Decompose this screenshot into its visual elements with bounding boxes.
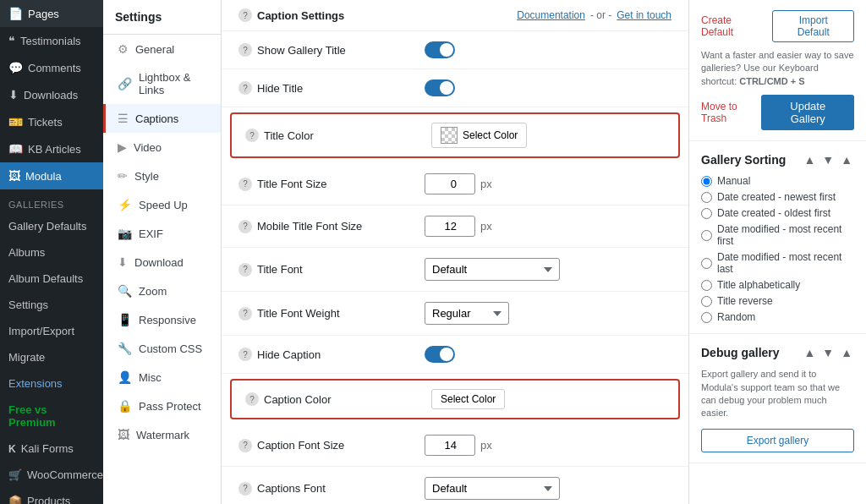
sidebar-item-tickets[interactable]: 🎫 Tickets xyxy=(0,108,103,135)
settings-nav-general[interactable]: ⚙ General xyxy=(103,35,221,63)
modula-icon: 🖼 xyxy=(8,169,20,183)
caption-font-size-help[interactable]: ? xyxy=(238,439,252,452)
sidebar-item-free-vs-premium[interactable]: Free vs Premium xyxy=(0,397,103,436)
caption-settings-help[interactable]: ? xyxy=(238,8,252,22)
sort-modified-last[interactable]: Date modified - most recent last xyxy=(701,251,854,275)
style-icon: ✏ xyxy=(118,169,128,183)
mobile-title-font-size-input[interactable] xyxy=(425,216,475,237)
debug-collapse[interactable]: ▲ xyxy=(839,344,854,361)
sidebar-item-products[interactable]: 📦 Products xyxy=(0,488,103,504)
captions-font-select[interactable]: Default Arial Georgia xyxy=(425,477,560,500)
caption-color-button[interactable]: Select Color xyxy=(431,389,505,409)
sidebar-item-comments[interactable]: 💬 Comments xyxy=(0,54,103,81)
sidebar-item-downloads[interactable]: ⬇ Downloads xyxy=(0,81,103,108)
gallery-sorting-collapse[interactable]: ▲ xyxy=(839,151,854,168)
debug-gallery-title: Debug gallery xyxy=(701,346,780,359)
hide-title-toggle[interactable] xyxy=(425,79,455,96)
settings-nav-lightbox[interactable]: 🔗 Lightbox & Links xyxy=(103,63,221,104)
title-font-select[interactable]: Default Arial Georgia xyxy=(425,258,560,281)
show-gallery-title-help[interactable]: ? xyxy=(238,43,252,57)
sort-modified-recent[interactable]: Date modified - most recent first xyxy=(701,223,854,247)
settings-nav-watermark[interactable]: 🖼 Watermark xyxy=(103,420,221,449)
gallery-sorting-down[interactable]: ▼ xyxy=(820,151,836,168)
get-in-touch-link[interactable]: Get in touch xyxy=(617,9,671,21)
captions-font-help[interactable]: ? xyxy=(238,482,252,496)
title-color-button[interactable]: Select Color xyxy=(431,123,527,148)
settings-nav-speed-up[interactable]: ⚡ Speed Up xyxy=(103,190,221,219)
pass-protect-icon: 🔒 xyxy=(118,399,132,413)
sidebar-item-woocommerce[interactable]: 🛒 WooCommerce xyxy=(0,462,103,488)
settings-nav-zoom[interactable]: 🔍 Zoom xyxy=(103,277,221,305)
sidebar-item-albums[interactable]: Albums xyxy=(0,239,103,266)
caption-color-help[interactable]: ? xyxy=(245,392,259,406)
debug-gallery-header: Debug gallery ▲ ▼ ▲ xyxy=(701,344,854,361)
settings-nav-captions[interactable]: ☰ Captions xyxy=(103,104,221,133)
sort-title-reverse[interactable]: Title reverse xyxy=(701,295,854,307)
create-default-link[interactable]: Create Default xyxy=(701,14,765,38)
settings-nav-responsive[interactable]: 📱 Responsive xyxy=(103,305,221,334)
sidebar: 📄 Pages ❝ Testimonials 💬 Comments ⬇ Down… xyxy=(0,0,103,504)
custom-css-icon: 🔧 xyxy=(118,342,132,355)
title-font-size-help[interactable]: ? xyxy=(238,178,252,191)
sort-manual[interactable]: Manual xyxy=(701,175,854,187)
settings-nav-video[interactable]: ▶ Video xyxy=(103,133,221,162)
update-gallery-button[interactable]: Update Gallery xyxy=(761,95,854,130)
import-default-button[interactable]: Import Default xyxy=(772,10,854,42)
comments-icon: 💬 xyxy=(8,61,23,74)
sort-title-alpha[interactable]: Title alphabetically xyxy=(701,279,854,291)
sidebar-item-gallery-defaults[interactable]: Gallery Defaults xyxy=(0,213,103,239)
sorting-radio-group: Manual Date created - newest first Date … xyxy=(701,175,854,323)
settings-nav-exif[interactable]: 📷 EXIF xyxy=(103,219,221,248)
download-icon: ⬇ xyxy=(118,255,128,269)
gallery-sorting-title: Gallery Sorting xyxy=(701,153,786,167)
settings-nav-pass-protect[interactable]: 🔒 Pass Protect xyxy=(103,392,221,420)
caption-font-size-input[interactable] xyxy=(425,435,475,456)
caption-settings-title: Caption Settings xyxy=(257,9,344,22)
title-font-weight-help[interactable]: ? xyxy=(238,307,252,320)
sidebar-item-testimonials[interactable]: ❝ Testimonials xyxy=(0,27,103,54)
row-caption-color: ? Caption Color Select Color xyxy=(230,379,680,419)
title-font-help[interactable]: ? xyxy=(238,263,252,277)
row-title-font-size: ? Title Font Size px xyxy=(222,163,688,205)
show-gallery-title-toggle[interactable] xyxy=(425,41,455,58)
misc-icon: 👤 xyxy=(118,370,132,384)
header-links: Documentation - or - Get in touch xyxy=(517,9,671,21)
sort-date-newest[interactable]: Date created - newest first xyxy=(701,191,854,203)
gallery-sorting-up[interactable]: ▲ xyxy=(802,151,817,168)
sidebar-item-migrate[interactable]: Migrate xyxy=(0,344,103,370)
sidebar-item-settings[interactable]: Settings xyxy=(0,292,103,318)
debug-down[interactable]: ▼ xyxy=(820,344,836,361)
sort-date-oldest[interactable]: Date created - oldest first xyxy=(701,207,854,219)
sidebar-item-import-export[interactable]: Import/Export xyxy=(0,318,103,344)
sidebar-item-extensions[interactable]: Extensions xyxy=(0,370,103,397)
documentation-link[interactable]: Documentation xyxy=(517,9,585,21)
hide-caption-help[interactable]: ? xyxy=(238,348,252,361)
video-icon: ▶ xyxy=(118,140,127,154)
hide-caption-toggle[interactable] xyxy=(425,346,455,363)
mobile-title-font-size-help[interactable]: ? xyxy=(238,220,252,233)
sidebar-item-modula[interactable]: 🖼 Modula xyxy=(0,162,103,189)
debug-up[interactable]: ▲ xyxy=(802,344,817,361)
row-caption-font-size: ? Caption Font Size px xyxy=(222,425,688,467)
settings-nav-misc[interactable]: 👤 Misc xyxy=(103,363,221,392)
sidebar-item-album-defaults[interactable]: Album Defaults xyxy=(0,266,103,292)
exif-icon: 📷 xyxy=(118,227,132,240)
sidebar-item-kb-articles[interactable]: 📖 KB Articles xyxy=(0,135,103,162)
title-font-weight-select[interactable]: Regular Bold Light xyxy=(425,302,509,325)
content-header: ? Caption Settings Documentation - or - … xyxy=(222,0,688,31)
main-content: Settings ⚙ General 🔗 Lightbox & Links ☰ … xyxy=(103,0,866,504)
move-to-trash-link[interactable]: Move to Trash xyxy=(701,101,761,124)
settings-nav-style[interactable]: ✏ Style xyxy=(103,162,221,190)
settings-nav-title: Settings xyxy=(103,0,221,35)
sidebar-item-kali-forms[interactable]: K Kali Forms xyxy=(0,436,103,462)
zoom-icon: 🔍 xyxy=(118,284,132,298)
hide-title-help[interactable]: ? xyxy=(238,81,252,95)
title-font-size-input[interactable] xyxy=(425,173,475,194)
sort-random[interactable]: Random xyxy=(701,311,854,323)
settings-nav-download[interactable]: ⬇ Download xyxy=(103,248,221,277)
sidebar-item-pages[interactable]: 📄 Pages xyxy=(0,0,103,27)
settings-nav-custom-css[interactable]: 🔧 Custom CSS xyxy=(103,334,221,363)
kb-icon: 📖 xyxy=(8,142,23,156)
export-gallery-button[interactable]: Export gallery xyxy=(701,429,854,452)
title-color-help[interactable]: ? xyxy=(245,129,259,142)
